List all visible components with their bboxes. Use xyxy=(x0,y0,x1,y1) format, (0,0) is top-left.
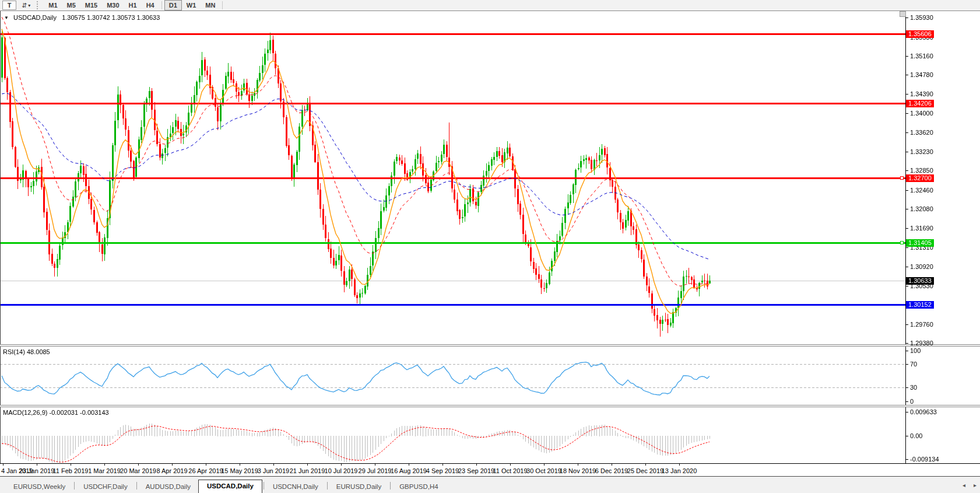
rsi-tick-mark xyxy=(906,401,908,402)
macd-axis-text: -0.009134 xyxy=(910,456,939,463)
date-tick-label: 23 Sep 2019 xyxy=(458,467,494,474)
date-tick-mark xyxy=(409,464,409,466)
date-axis[interactable]: 4 Jan 201923 Jan 201911 Feb 20191 Mar 20… xyxy=(0,463,980,477)
rsi-panel-splitter[interactable] xyxy=(0,344,980,347)
timeframe-button-d1[interactable]: D1 xyxy=(164,0,182,11)
chart-tabs: EURUSD,WeeklyUSDCHF,DailyAUDUSD,DailyUSD… xyxy=(6,478,446,493)
timeframe-button-h4[interactable]: H4 xyxy=(142,0,159,11)
chart-tab-usdcad-daily[interactable]: USDCAD,Daily xyxy=(198,480,262,493)
rsi-name: RSI(14) xyxy=(3,348,25,355)
price-tick-mark xyxy=(906,267,908,267)
tab-scroll-right-button[interactable]: ▸ xyxy=(974,482,977,488)
macd-values: -0.002031 -0.003143 xyxy=(49,409,108,416)
price-tick-mark xyxy=(906,170,908,171)
text-tool-button[interactable]: T xyxy=(2,1,16,10)
toolbar-separator xyxy=(161,1,162,9)
hline-price-label: 1.35606 xyxy=(906,30,934,38)
toolbar-grip[interactable] xyxy=(37,1,40,9)
date-tick-mark xyxy=(206,464,206,466)
date-tick-label: 13 Jan 2020 xyxy=(662,467,697,474)
chart-tab-audusd-daily[interactable]: AUDUSD,Daily xyxy=(138,481,198,493)
date-tick-mark xyxy=(104,464,105,466)
rsi-tick-mark xyxy=(906,351,908,351)
date-tick-label: 8 Apr 2019 xyxy=(156,467,187,474)
timeframe-button-h1[interactable]: H1 xyxy=(124,0,142,11)
date-tick-mark xyxy=(37,464,37,466)
main-chart-canvas[interactable] xyxy=(0,12,905,344)
chart-tab-eurusd-weekly[interactable]: EURUSD,Weekly xyxy=(6,481,73,493)
hline-price-label: 1.34206 xyxy=(906,100,934,107)
timeframe-toolbar: M1M5M15M30H1H4D1W1MN xyxy=(44,0,225,11)
date-tick-label: 1 Mar 2019 xyxy=(88,467,121,474)
chart-tab-eurusd-daily[interactable]: EURUSD,Daily xyxy=(329,481,389,493)
price-axis[interactable]: 1.359301.355301.351601.347801.343901.340… xyxy=(906,0,980,493)
price-tick-text: 1.32850 xyxy=(910,167,933,174)
timeframe-button-m30[interactable]: M30 xyxy=(102,0,124,11)
price-tick-text: 1.34390 xyxy=(910,90,933,98)
macd-label: MACD(12,26,9) -0.002031 -0.003143 xyxy=(3,409,109,416)
date-tick-mark xyxy=(71,464,71,466)
macd-name: MACD(12,26,9) xyxy=(3,409,47,416)
price-tick-mark xyxy=(906,56,908,57)
price-tick-text: 1.34000 xyxy=(910,110,933,117)
timeframe-button-mn[interactable]: MN xyxy=(201,0,220,11)
date-tick-mark xyxy=(307,464,308,466)
chart-tab-usdcnh-daily[interactable]: USDCNH,Daily xyxy=(265,481,326,493)
price-tick-mark xyxy=(906,152,908,152)
date-tick-label: 20 Mar 2019 xyxy=(120,467,156,474)
macd-panel-splitter[interactable] xyxy=(0,405,980,407)
mt4-window: T ⇵ ▾ M1M5M15M30H1H4D1W1MN ▼ USDCAD,Dail… xyxy=(0,0,980,493)
price-tick-text: 1.35160 xyxy=(910,53,933,60)
tab-separator xyxy=(136,482,137,489)
timeframe-button-m5[interactable]: M5 xyxy=(62,0,80,11)
chart-tab-gbpusd-h4[interactable]: GBPUSD,H4 xyxy=(392,481,445,493)
price-tick-mark xyxy=(906,228,908,229)
price-tick-mark xyxy=(906,324,908,325)
timeframe-button-w1[interactable]: W1 xyxy=(182,0,201,11)
chart-symbol-label: USDCAD,Daily xyxy=(13,14,57,21)
axis-corner-grip[interactable] xyxy=(900,11,906,17)
date-tick-label: 3 Jun 2019 xyxy=(258,467,289,474)
date-tick-label: 25 Dec 2019 xyxy=(627,467,663,474)
rsi-label: RSI(14) 48.0085 xyxy=(3,348,50,355)
date-tick-label: 18 Nov 2019 xyxy=(560,467,596,474)
date-tick-label: 26 Apr 2019 xyxy=(188,467,223,474)
rsi-axis-text: 100 xyxy=(910,347,921,355)
collapse-triangle-icon: ▼ xyxy=(4,15,9,20)
macd-tick-mark xyxy=(906,436,908,436)
text-tool-icon: T xyxy=(8,2,12,9)
date-tick-mark xyxy=(679,464,680,466)
rsi-axis-text: 30 xyxy=(910,384,917,391)
price-tick-text: 1.34780 xyxy=(910,71,933,79)
rsi-value: 48.0085 xyxy=(27,348,50,355)
tab-scroll-left-button[interactable]: ◂ xyxy=(963,482,965,488)
hline-price-label: 1.32700 xyxy=(906,174,934,182)
macd-axis-text: 0.009633 xyxy=(910,408,937,416)
current-price-label: 1.30633 xyxy=(906,277,934,285)
date-tick-mark xyxy=(138,464,139,466)
chart-mode-dropdown-button[interactable]: ⇵ ▾ xyxy=(20,1,32,9)
timeframe-button-m15[interactable]: M15 xyxy=(80,0,102,11)
date-tick-mark xyxy=(578,464,578,466)
chart-tab-usdchf-daily[interactable]: USDCHF,Daily xyxy=(76,481,135,493)
hline-price-label: 1.30152 xyxy=(906,301,934,309)
timeframe-button-m1[interactable]: M1 xyxy=(44,0,62,11)
tab-separator xyxy=(390,482,391,489)
price-tick-mark xyxy=(906,286,908,286)
macd-panel-canvas[interactable] xyxy=(0,407,905,463)
date-tick-mark xyxy=(3,464,3,466)
rsi-tick-mark xyxy=(906,387,908,388)
price-tick-text: 1.35930 xyxy=(910,14,933,22)
date-tick-mark xyxy=(240,464,240,466)
date-tick-label: 30 Oct 2019 xyxy=(526,467,561,474)
price-tick-mark xyxy=(906,209,908,209)
date-tick-mark xyxy=(172,464,173,466)
date-tick-label: 15 May 2019 xyxy=(221,467,258,474)
hline-price-label: 1.31405 xyxy=(906,239,934,247)
date-tick-label: 4 Sep 2019 xyxy=(426,467,459,474)
price-tick-text: 1.29760 xyxy=(910,321,933,328)
rsi-panel-canvas[interactable] xyxy=(0,347,905,405)
date-tick-label: 23 Jan 2019 xyxy=(19,467,55,474)
rsi-tick-mark xyxy=(906,364,908,365)
price-tick-mark xyxy=(906,132,908,133)
